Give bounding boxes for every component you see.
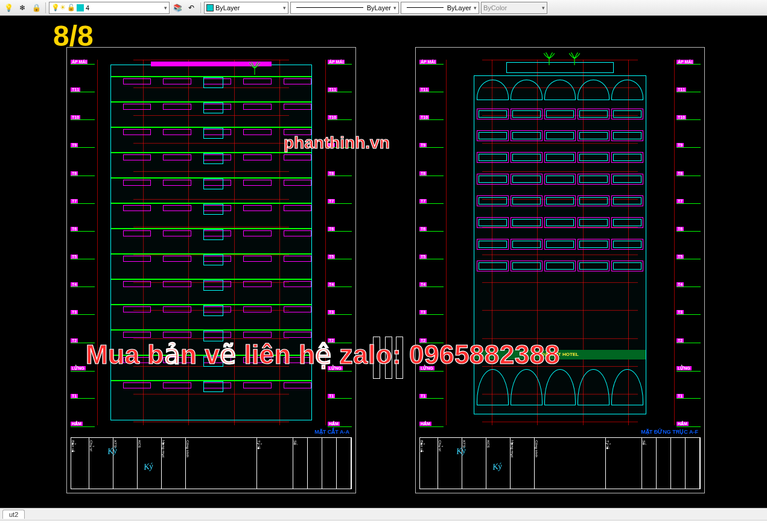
- sheet-section[interactable]: ÁP MÁIT11T10T9T8T7T6T5T4T3T2LỬNGT1HẦM ÁP…: [66, 47, 356, 493]
- window-row: [477, 261, 643, 271]
- level-T9: T9: [419, 143, 444, 148]
- level-LỬNG: LỬNG: [419, 366, 444, 372]
- level-T10: T10: [328, 115, 352, 120]
- palm-icon: [248, 61, 261, 75]
- levels-right: ÁP MÁIT11T10T9T8T7T6T5T4T3T2LỬNGT1HẦM: [328, 60, 352, 426]
- chevron-down-icon: ▾: [539, 5, 545, 11]
- properties-toolbar: 💡 ❄ 🔒 💡 ☀ 🔓 4 ▾ 📚 ↶ ByLayer ▾ ByLayer ▾ …: [0, 0, 767, 16]
- level-T8: T8: [328, 171, 352, 176]
- level-T1: T1: [328, 394, 352, 399]
- level-T8: T8: [676, 171, 701, 176]
- ground-arch-row: [477, 369, 643, 405]
- level-ÁP MÁI: ÁP MÁI: [419, 60, 444, 65]
- level-T5: T5: [71, 255, 95, 259]
- hotel-sign: ĐẠI VIỆT HOTEL: [474, 350, 646, 359]
- level-T2: T2: [328, 338, 352, 343]
- column-detail: [369, 337, 406, 385]
- level-T5: T5: [419, 255, 444, 259]
- layer-freeze-icon[interactable]: ❄: [16, 2, 28, 14]
- level-T2: T2: [71, 338, 95, 343]
- level-T1: T1: [419, 394, 444, 399]
- level-T5: T5: [328, 255, 352, 259]
- level-T3: T3: [676, 310, 701, 315]
- titleblock: Bản vẽChủ trìKTSKCSHạng mụcCông trìnhTỷ …: [419, 437, 701, 489]
- arch-row: [477, 80, 643, 100]
- facade-body: ĐẠI VIỆT HOTEL: [474, 75, 646, 414]
- window-row: [477, 195, 643, 206]
- linetype-sample: [296, 7, 363, 8]
- section-body: [110, 65, 312, 420]
- level-HẦM: HẦM: [328, 422, 352, 427]
- layer-combo[interactable]: 💡 ☀ 🔓 4 ▾: [49, 2, 170, 14]
- chevron-down-icon: ▾: [471, 5, 477, 11]
- level-T3: T3: [419, 310, 444, 315]
- level-T9: T9: [328, 143, 352, 148]
- level-T4: T4: [71, 282, 95, 287]
- window-row: [477, 239, 643, 250]
- level-T1: T1: [71, 394, 95, 399]
- linetype-value: ByLayer: [367, 4, 391, 11]
- level-LỬNG: LỬNG: [676, 366, 701, 372]
- level-T1: T1: [676, 394, 701, 399]
- color-value: ByLayer: [215, 4, 240, 11]
- level-T10: T10: [71, 115, 95, 120]
- layer-manager-icon[interactable]: 📚: [171, 2, 183, 14]
- separator: [200, 2, 201, 13]
- level-T3: T3: [71, 310, 95, 315]
- layer-previous-icon[interactable]: ↶: [185, 2, 197, 14]
- level-ÁP MÁI: ÁP MÁI: [328, 60, 352, 65]
- level-T5: T5: [676, 255, 701, 259]
- level-T8: T8: [71, 171, 95, 176]
- level-T7: T7: [676, 199, 701, 204]
- plotstyle-combo[interactable]: ByColor ▾: [481, 2, 547, 14]
- level-T11: T11: [676, 87, 701, 92]
- window-row: [477, 130, 643, 141]
- color-swatch: [206, 4, 214, 11]
- chevron-down-icon: ▾: [281, 5, 286, 11]
- chevron-down-icon: ▾: [162, 5, 167, 11]
- layer-name: 4: [86, 4, 89, 11]
- lineweight-sample: [407, 7, 444, 8]
- level-T7: T7: [328, 199, 352, 204]
- levels-left: ÁP MÁIT11T10T9T8T7T6T5T4T3T2LỬNGT1HẦM: [419, 60, 444, 426]
- plotstyle-value: ByColor: [483, 4, 507, 11]
- layer-states-icon[interactable]: 💡: [2, 2, 14, 14]
- hotel-sign-text: ĐẠI VIỆT HOTEL: [541, 352, 579, 357]
- window-row: [477, 152, 643, 163]
- level-T10: T10: [419, 115, 444, 120]
- layer-color-swatch: [77, 4, 84, 11]
- level-HẦM: HẦM: [419, 422, 444, 427]
- level-HẦM: HẦM: [71, 422, 95, 427]
- lineweight-value: ByLayer: [447, 4, 471, 11]
- layer-lock-icon[interactable]: 🔒: [30, 2, 42, 14]
- separator: [45, 2, 46, 13]
- tab-layout2[interactable]: ut2: [2, 510, 25, 519]
- level-T6: T6: [676, 227, 701, 232]
- roof-crown: [506, 62, 614, 73]
- palm-icon: [568, 51, 581, 66]
- level-T4: T4: [676, 282, 701, 287]
- level-T11: T11: [71, 87, 95, 92]
- level-LỬNG: LỬNG: [71, 366, 95, 372]
- level-T11: T11: [328, 87, 352, 92]
- window-row: [477, 174, 643, 185]
- sheet-elevation[interactable]: ÁP MÁIT11T10T9T8T7T6T5T4T3T2LỬNGT1HẦM ÁP…: [415, 47, 705, 493]
- level-T3: T3: [328, 310, 352, 315]
- level-T7: T7: [419, 199, 444, 204]
- palm-icon: [543, 51, 556, 66]
- level-T4: T4: [419, 282, 444, 287]
- color-combo[interactable]: ByLayer ▾: [204, 2, 288, 14]
- lineweight-combo[interactable]: ByLayer ▾: [401, 2, 479, 14]
- level-ÁP MÁI: ÁP MÁI: [676, 60, 701, 65]
- level-T9: T9: [71, 143, 95, 148]
- levels-left: ÁP MÁIT11T10T9T8T7T6T5T4T3T2LỬNGT1HẦM: [71, 60, 95, 426]
- section-title: MẶT CẮT A-A: [314, 429, 349, 435]
- linetype-combo[interactable]: ByLayer ▾: [290, 2, 399, 14]
- level-ÁP MÁI: ÁP MÁI: [71, 60, 95, 65]
- level-T6: T6: [71, 227, 95, 232]
- level-HẦM: HẦM: [676, 422, 701, 427]
- level-T7: T7: [71, 199, 95, 204]
- model-viewport[interactable]: 8/8 ÁP MÁIT11T10T9T8T7T6T5T4T3T2LỬNGT1HẦ…: [0, 16, 767, 508]
- elevation-title: MẶT ĐỨNG TRỤC A-F: [641, 429, 698, 435]
- command-line[interactable]: [0, 520, 767, 532]
